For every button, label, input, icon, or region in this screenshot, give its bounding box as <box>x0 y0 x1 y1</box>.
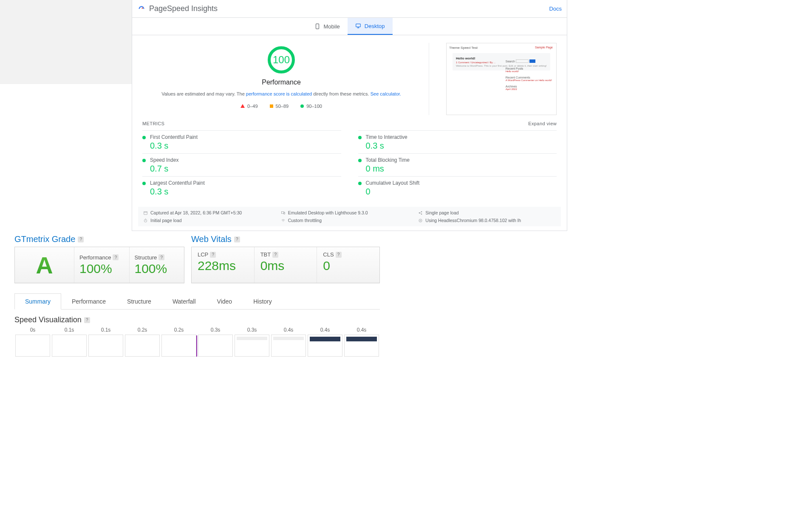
status-dot-icon <box>358 182 362 185</box>
score-label: Performance <box>142 79 420 86</box>
svg-rect-0 <box>316 24 319 29</box>
frame-6: 0.3s <box>234 327 270 357</box>
mobile-icon <box>314 23 320 30</box>
frame-1: 0.1s <box>51 327 88 357</box>
pagespeed-panel: PageSpeed Insights Docs Mobile Desktop 1… <box>132 0 567 231</box>
frame-3: 0.2s <box>124 327 161 357</box>
web-vitals-section: Web Vitals? LCP?228ms TBT?0ms CLS?0 <box>191 234 380 283</box>
frame-0: 0s <box>14 327 51 357</box>
grade-card: A Performance? 100% Structure? 100% <box>14 247 184 283</box>
square-icon <box>270 104 273 108</box>
network-icon <box>418 211 423 215</box>
status-dot-icon <box>142 136 146 139</box>
filmstrip: 0s 0.1s 0.1s 0.2s 0.2s 0.3s 0.3s 0.4s 0.… <box>14 327 380 357</box>
metric-cls: Cumulative Layout Shift0 <box>358 176 557 199</box>
triangle-icon <box>240 104 245 108</box>
performance-gauge-section: 100 Performance Values are estimated and… <box>142 43 429 115</box>
status-dot-icon <box>142 182 146 185</box>
tab-history[interactable]: History <box>243 293 283 309</box>
vitals-heading: Web Vitals? <box>191 234 380 244</box>
env-captured: Captured at Apr 18, 2022, 6:36 PM GMT+5:… <box>143 210 281 215</box>
gtmetrix-panel: GTmetrix Grade? A Performance? 100% Stru… <box>14 234 380 357</box>
gtmetrix-grade-section: GTmetrix Grade? A Performance? 100% Stru… <box>14 234 184 283</box>
vitals-card: LCP?228ms TBT?0ms CLS?0 <box>191 247 380 283</box>
legend-avg: 50–89 <box>270 104 289 109</box>
chrome-icon <box>418 218 423 223</box>
report-tabs: Summary Performance Structure Waterfall … <box>14 293 380 310</box>
cls-cell: CLS?0 <box>317 247 379 283</box>
frame-9: 0.4s <box>343 327 380 357</box>
tab-summary[interactable]: Summary <box>14 293 61 310</box>
help-icon[interactable]: ? <box>113 254 119 260</box>
expand-view-link[interactable]: Expand view <box>528 121 557 126</box>
metric-fcp: First Contentful Paint0.3 s <box>142 130 341 153</box>
grade-letter-cell: A <box>15 247 74 283</box>
metric-si: Speed Index0.7 s <box>142 153 341 176</box>
help-icon[interactable]: ? <box>336 252 342 258</box>
frame-2: 0.1s <box>88 327 124 357</box>
tab-video[interactable]: Video <box>207 293 243 309</box>
metrics-title: METRICS <box>142 121 164 126</box>
screenshot-column: Theme Speed Test Sample Page Hello world… <box>446 43 557 115</box>
tab-mobile-label: Mobile <box>324 23 340 30</box>
env-single: Single page load <box>418 210 556 215</box>
frame-8: 0.4s <box>307 327 343 357</box>
see-calculator-link[interactable]: See calculator. <box>371 91 401 96</box>
env-emulated: Emulated Desktop with Lighthouse 9.3.0 <box>281 210 419 215</box>
tab-waterfall[interactable]: Waterfall <box>162 293 207 309</box>
environment-info: Captured at Apr 18, 2022, 6:36 PM GMT+5:… <box>138 207 561 226</box>
score-legend: 0–49 50–89 90–100 <box>142 104 420 109</box>
tab-desktop-label: Desktop <box>365 23 385 29</box>
lcp-cell: LCP?228ms <box>192 247 255 283</box>
svg-point-9 <box>419 219 422 222</box>
structure-cell: Structure? 100% <box>130 247 184 283</box>
docs-link[interactable]: Docs <box>549 6 562 12</box>
help-icon[interactable]: ? <box>234 236 240 242</box>
status-dot-icon <box>358 136 362 139</box>
device-tabs: Mobile Desktop <box>132 18 567 35</box>
tab-mobile[interactable]: Mobile <box>307 18 348 35</box>
legend-pass: 90–100 <box>300 104 322 109</box>
help-icon[interactable]: ? <box>272 252 278 258</box>
desktop-icon <box>355 22 361 30</box>
metric-tbt: Total Blocking Time0 ms <box>358 153 557 176</box>
svg-point-6 <box>422 211 422 212</box>
circle-icon <box>300 104 304 108</box>
svg-point-7 <box>422 214 422 214</box>
score-calc-link[interactable]: performance score is calculated <box>246 91 312 96</box>
devices-icon <box>281 211 286 215</box>
svg-point-10 <box>420 220 421 221</box>
sidebar-placeholder <box>0 0 132 84</box>
tab-performance[interactable]: Performance <box>61 293 116 309</box>
psi-header: PageSpeed Insights Docs <box>132 0 567 18</box>
onload-marker <box>196 335 197 357</box>
metric-lcp: Largest Contentful Paint0.3 s <box>142 176 341 199</box>
tab-desktop[interactable]: Desktop <box>348 18 393 35</box>
help-icon[interactable]: ? <box>210 252 216 258</box>
env-throttle: Custom throttling <box>281 218 419 223</box>
help-icon[interactable]: ? <box>78 236 84 242</box>
tab-structure[interactable]: Structure <box>116 293 162 309</box>
performance-cell: Performance? 100% <box>74 247 130 283</box>
metrics-grid: First Contentful Paint0.3 s Time to Inte… <box>132 130 567 199</box>
env-chrome: Using HeadlessChromium 98.0.4758.102 wit… <box>418 218 556 223</box>
help-icon[interactable]: ? <box>84 317 90 323</box>
svg-rect-3 <box>281 211 284 214</box>
svg-rect-2 <box>144 211 147 214</box>
grade-letter: A <box>36 251 53 279</box>
metric-tti: Time to Interactive0.3 s <box>358 130 557 153</box>
metrics-header: METRICS Expand view <box>132 115 567 130</box>
frame-7: 0.4s <box>270 327 307 357</box>
grade-heading: GTmetrix Grade? <box>14 234 184 244</box>
speed-vis-title: Speed Visualization? <box>14 315 380 324</box>
score-note: Values are estimated and may vary. The p… <box>142 90 420 98</box>
status-dot-icon <box>358 159 362 162</box>
frame-5: 0.3s <box>197 327 234 357</box>
status-dot-icon <box>142 159 146 162</box>
env-initial: Initial page load <box>143 218 281 223</box>
help-icon[interactable]: ? <box>158 254 164 260</box>
psi-logo-icon <box>137 5 146 13</box>
svg-rect-1 <box>356 24 361 27</box>
tbt-cell: TBT?0ms <box>255 247 317 283</box>
calendar-icon <box>143 211 148 215</box>
